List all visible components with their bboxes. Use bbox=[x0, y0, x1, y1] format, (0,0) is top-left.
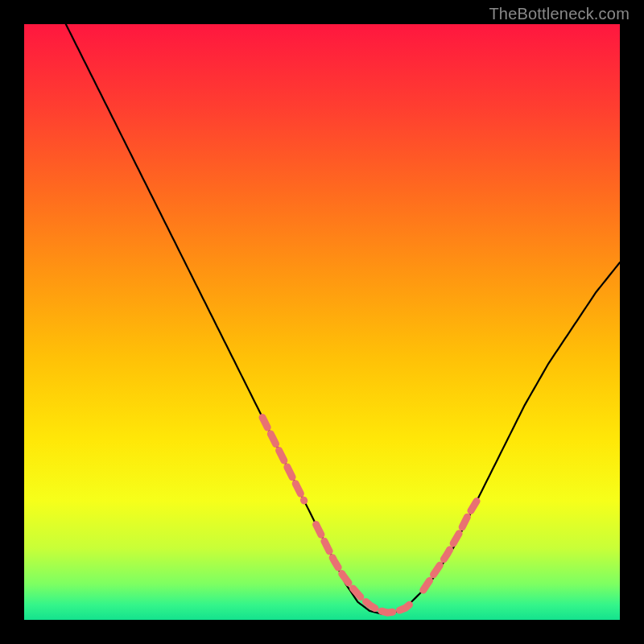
highlight-segment-2 bbox=[423, 501, 477, 590]
highlight-segment-1 bbox=[316, 525, 415, 613]
watermark-text: TheBottleneck.com bbox=[489, 5, 630, 23]
highlight-segment-0 bbox=[262, 417, 304, 501]
chart-frame: TheBottleneck.com bbox=[0, 0, 644, 644]
highlight-segments bbox=[262, 417, 477, 613]
curve-layer bbox=[24, 24, 620, 620]
plot-area bbox=[24, 24, 620, 620]
bottleneck-curve bbox=[66, 24, 620, 614]
